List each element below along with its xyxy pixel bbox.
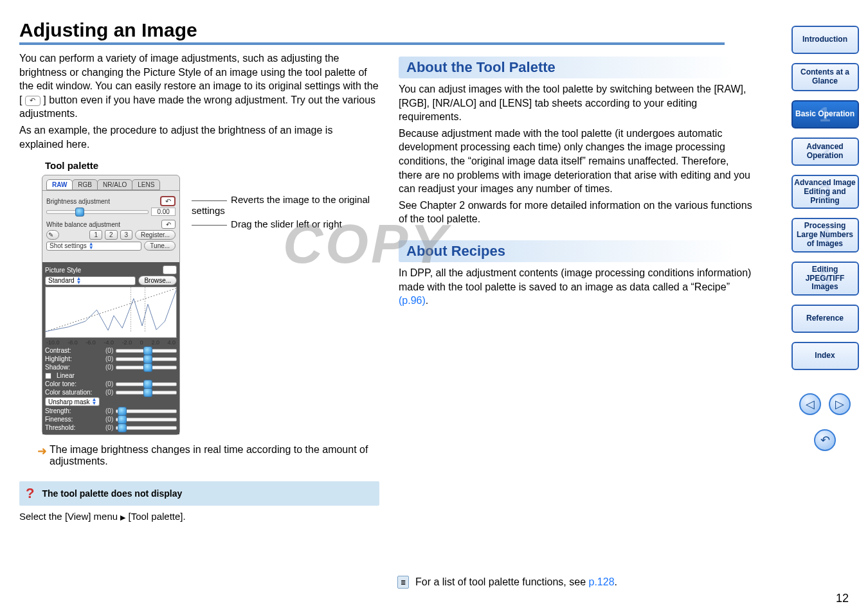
tab-rgb[interactable]: RGB xyxy=(72,179,98,190)
palette-tabs: RAW RGB NR/ALO LENS xyxy=(42,175,179,190)
standard-select[interactable]: Standard▲▼ xyxy=(45,276,136,285)
contrast-label: Contrast: xyxy=(45,347,103,354)
strength-slider[interactable] xyxy=(116,409,177,413)
tab-lens[interactable]: LENS xyxy=(132,179,160,190)
help-box: ? The tool palette does not display xyxy=(19,481,379,506)
revert-icon-inline: ↶ xyxy=(25,96,41,106)
info-icon: ≣ xyxy=(397,576,409,589)
highlight-label: Highlight: xyxy=(45,355,103,362)
colortone-val: (0) xyxy=(105,380,113,387)
select-line: Select the [View] menu ▶ [Tool palette]. xyxy=(19,511,379,522)
intro-1b: ] button even if you have made the wrong… xyxy=(19,94,375,120)
unsharp-select[interactable]: Unsharp mask▲▼ xyxy=(45,397,100,406)
right-p3: See Chapter 2 onwards for more detailed … xyxy=(399,199,752,226)
highlight-val: (0) xyxy=(105,355,113,362)
intro-paragraph-1: You can perform a variety of image adjus… xyxy=(19,51,379,121)
nav-next[interactable]: ▷ xyxy=(829,393,851,415)
tune-button[interactable]: Tune... xyxy=(144,241,176,251)
wb-3[interactable]: 3 xyxy=(120,230,133,240)
svg-line-0 xyxy=(46,289,176,332)
result-note: ➜ The image brightness changes in real t… xyxy=(37,444,379,467)
brightness-value: 0.00 xyxy=(151,208,176,216)
shadow-val: (0) xyxy=(105,364,113,371)
sidebar-item-basic-operation[interactable]: 1Basic Operation xyxy=(791,100,859,129)
tab-nralo[interactable]: NR/ALO xyxy=(97,179,132,190)
sidebar-item-introduction[interactable]: Introduction xyxy=(791,26,859,54)
shadow-slider[interactable] xyxy=(116,366,177,369)
annotation-revert: Reverts the image to the original settin… xyxy=(192,194,370,216)
highlight-slider[interactable] xyxy=(116,357,177,361)
shadow-label: Shadow: xyxy=(45,364,103,371)
intro-paragraph-2: As an example, the procedure to adjust t… xyxy=(19,123,379,151)
link-p96[interactable]: (p.96) xyxy=(399,295,426,306)
right-p1: You can adjust images with the tool pale… xyxy=(399,82,752,124)
sidebar: Introduction Contents at a Glance 1Basic… xyxy=(790,26,860,451)
wb-revert-button[interactable]: ↶ xyxy=(161,220,176,229)
right-column: About the Tool Palette You can adjust im… xyxy=(399,51,752,522)
fineness-val: (0) xyxy=(105,416,113,423)
page-title: Adjusting an Image xyxy=(19,19,725,45)
sidebar-item-editing-jpeg[interactable]: 5Editing JPEG/TIFF Images xyxy=(791,262,859,296)
arrow-icon: ➜ xyxy=(37,444,47,467)
strength-label: Strength: xyxy=(45,407,103,414)
strength-val: (0) xyxy=(105,407,113,414)
right-p2: Because adjustment made with the tool pa… xyxy=(399,127,752,196)
linear-label: Linear xyxy=(57,372,75,379)
right-p4: In DPP, all the adjustment contents (ima… xyxy=(399,266,752,308)
heading-tool-palette: About the Tool Palette xyxy=(399,57,752,78)
sidebar-item-contents[interactable]: Contents at a Glance xyxy=(791,63,859,91)
linear-checkbox[interactable] xyxy=(45,373,51,379)
help-title: The tool palette does not display xyxy=(42,488,182,499)
tool-palette-label: Tool palette xyxy=(45,160,379,171)
annotations: Reverts the image to the original settin… xyxy=(192,194,379,229)
browse-button[interactable]: Browse... xyxy=(138,276,177,285)
threshold-val: (0) xyxy=(105,424,113,431)
colorsat-val: (0) xyxy=(105,389,113,396)
page-number: 12 xyxy=(836,592,849,605)
contrast-slider[interactable] xyxy=(116,349,177,353)
shot-settings-select[interactable]: Shot settings▲▼ xyxy=(46,242,141,251)
nav-prev[interactable]: ◁ xyxy=(799,393,821,415)
brightness-label: Brightness adjustment xyxy=(46,198,110,205)
histogram xyxy=(45,287,177,338)
threshold-slider[interactable] xyxy=(116,426,177,430)
question-icon: ? xyxy=(26,485,34,502)
colorsat-label: Color saturation: xyxy=(45,389,103,396)
sidebar-item-processing[interactable]: 4Processing Large Numbers of Images xyxy=(791,218,859,252)
brightness-slider[interactable] xyxy=(46,210,149,214)
sidebar-item-advanced-operation[interactable]: 2Advanced Operation xyxy=(791,138,859,166)
wb-2[interactable]: 2 xyxy=(105,230,118,240)
heading-recipes: About Recipes xyxy=(399,240,752,262)
wb-label: White balance adjustment xyxy=(46,221,120,228)
nav-back[interactable]: ↶ xyxy=(814,429,836,451)
histogram-scale: -10.0-8.0-6.0-4.0-2.002.04.0 xyxy=(45,339,177,346)
threshold-label: Threshold: xyxy=(45,424,103,431)
wb-1[interactable]: 1 xyxy=(89,230,102,240)
sidebar-item-advanced-editing[interactable]: 3Advanced Image Editing and Printing xyxy=(791,175,859,209)
fineness-slider[interactable] xyxy=(116,418,177,422)
register-button[interactable]: Register... xyxy=(135,230,176,240)
eyedropper-button[interactable]: ✎ xyxy=(46,230,59,240)
colortone-slider[interactable] xyxy=(116,382,177,386)
ps-revert-button[interactable]: ↶ xyxy=(163,265,177,274)
picture-style-label: Picture Style xyxy=(45,267,81,274)
info-note: ≣ For a list of tool palette functions, … xyxy=(397,576,617,589)
contrast-val: (0) xyxy=(105,347,113,354)
annotation-drag: Drag the slider left or right xyxy=(231,218,342,229)
tool-palette-screenshot: RAW RGB NR/ALO LENS Brightness adjustmen… xyxy=(42,175,180,435)
nav-circles: ◁ ▷ xyxy=(799,393,851,415)
colorsat-slider[interactable] xyxy=(116,391,177,395)
link-p128[interactable]: p.128 xyxy=(588,576,614,588)
fineness-label: Fineness: xyxy=(45,416,103,423)
brightness-revert-button[interactable]: ↶ xyxy=(160,196,176,206)
sidebar-item-reference[interactable]: Reference xyxy=(791,305,859,333)
tab-raw[interactable]: RAW xyxy=(46,179,73,190)
sidebar-item-index[interactable]: Index xyxy=(791,342,859,370)
colortone-label: Color tone: xyxy=(45,380,103,387)
left-column: You can perform a variety of image adjus… xyxy=(19,51,379,522)
